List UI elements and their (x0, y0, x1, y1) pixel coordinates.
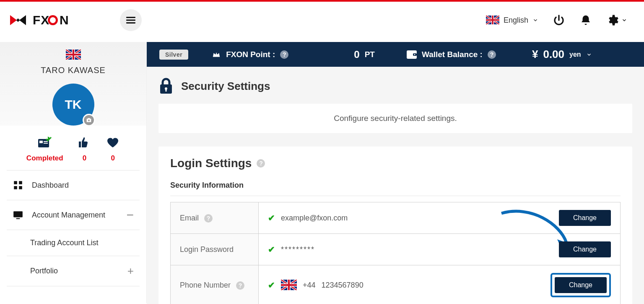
svg-rect-13 (19, 186, 22, 189)
svg-text:FX: FX (33, 13, 49, 27)
row-password: Login Password ✔ ********* Change (171, 234, 621, 265)
phone-label: Phone Number (180, 281, 231, 289)
security-info-table: Email ? ✔ example@fxon.com Change (170, 202, 621, 304)
uk-flag-icon (486, 16, 499, 25)
top-header: FX N English (0, 2, 644, 42)
wallet-unit: yen (569, 51, 581, 58)
language-label: English (504, 16, 528, 25)
stat-completed-label: Completed (26, 154, 63, 162)
avatar-initials: TK (65, 97, 82, 112)
svg-point-18 (414, 54, 415, 55)
chevron-down-icon (532, 17, 538, 23)
sidebar: TARO KAWASE TK Completed 0 0 (0, 42, 147, 303)
nav-account-management[interactable]: Account Management − (7, 200, 140, 230)
stat-favorites[interactable]: 0 (106, 136, 120, 162)
svg-rect-9 (44, 143, 48, 144)
login-settings-heading: Login Settings (170, 157, 252, 170)
svg-rect-7 (39, 141, 43, 143)
nav-trading-account-list[interactable]: Trading Account List (7, 230, 140, 256)
page-subtitle-card: Configure security-related settings. (158, 104, 632, 133)
change-email-button[interactable]: Change (559, 210, 611, 226)
crown-icon (212, 50, 221, 59)
svg-rect-0 (16, 18, 20, 22)
heart-icon (106, 136, 120, 148)
page-heading: Security Settings (181, 80, 270, 93)
profile-stats: Completed 0 0 (7, 126, 140, 170)
change-phone-button[interactable]: Change (555, 277, 607, 293)
change-password-button[interactable]: Change (559, 241, 611, 257)
tier-badge: Silver (159, 50, 188, 60)
svg-rect-8 (44, 141, 48, 142)
password-value: ********* (281, 245, 315, 254)
brand-logo[interactable]: FX N (8, 12, 104, 29)
check-icon: ✔ (268, 213, 275, 223)
row-phone: Phone Number ? ✔ (171, 265, 621, 304)
nav-account-management-label: Account Management (32, 211, 105, 220)
chevron-down-icon (621, 17, 627, 23)
account-ribbon: Silver FXON Point : ? 0 PT Wallet Balanc… (147, 42, 644, 67)
email-label: Email (180, 214, 199, 222)
nav-trading-label: Trading Account List (30, 238, 98, 247)
stat-likes[interactable]: 0 (77, 136, 91, 162)
svg-rect-14 (13, 211, 23, 217)
hamburger-icon (125, 15, 136, 26)
check-icon: ✔ (268, 280, 275, 290)
password-label: Login Password (180, 245, 234, 254)
help-icon[interactable]: ? (488, 50, 496, 59)
point-value: 0 (354, 49, 359, 60)
uk-flag-icon (281, 280, 297, 291)
hamburger-menu-button[interactable] (120, 9, 142, 31)
help-icon[interactable]: ? (236, 281, 244, 290)
bell-icon[interactable] (579, 14, 592, 26)
security-info-heading: Security Information (170, 181, 621, 196)
stat-verification[interactable]: Completed (26, 136, 63, 162)
help-icon[interactable]: ? (204, 214, 213, 223)
grid-icon (13, 180, 23, 191)
svg-point-5 (88, 120, 90, 121)
upload-photo-button[interactable] (83, 114, 95, 126)
page-title: Security Settings (158, 78, 632, 94)
page-subtitle: Configure security-related settings. (334, 114, 457, 123)
phone-value: 1234567890 (322, 281, 364, 290)
wallet-label: Wallet Balance : (422, 50, 483, 59)
monitor-icon (13, 210, 23, 220)
nav-dashboard-label: Dashboard (32, 181, 69, 190)
svg-rect-15 (16, 218, 20, 219)
login-settings-section: Login Settings ? Security Information Em… (158, 147, 632, 304)
wallet-value: 0.00 (543, 48, 564, 61)
id-card-icon (38, 136, 52, 148)
gear-icon (606, 14, 619, 26)
expand-icon: + (127, 265, 134, 278)
svg-text:N: N (60, 13, 69, 27)
wallet-icon (407, 50, 417, 59)
nav-dashboard[interactable]: Dashboard (7, 170, 140, 200)
help-icon[interactable]: ? (280, 50, 288, 59)
lock-icon (158, 78, 174, 94)
phone-prefix: +44 (303, 281, 316, 290)
power-icon[interactable] (553, 14, 565, 26)
row-email: Email ? ✔ example@fxon.com Change (171, 202, 621, 234)
camera-icon (86, 117, 92, 123)
highlighted-change-button: Change (551, 273, 611, 297)
profile-name: TARO KAWASE (0, 66, 146, 75)
wallet-currency: ¥ (532, 48, 538, 61)
nav-portfolio-label: Portfolio (30, 267, 58, 275)
chevron-down-icon (586, 52, 592, 58)
check-icon: ✔ (268, 244, 275, 254)
svg-rect-11 (19, 181, 22, 184)
stat-likes-value: 0 (83, 154, 86, 162)
nav-portfolio[interactable]: Portfolio + (7, 256, 140, 286)
help-icon[interactable]: ? (257, 159, 265, 168)
settings-menu[interactable] (606, 14, 627, 26)
point-unit: PT (365, 50, 375, 59)
thumbs-up-icon (77, 136, 91, 148)
email-value: example@fxon.com (281, 214, 348, 223)
svg-rect-10 (14, 181, 17, 184)
stat-favorites-value: 0 (111, 154, 114, 162)
language-selector[interactable]: English (486, 16, 538, 25)
svg-rect-12 (14, 186, 17, 189)
uk-flag-icon (66, 50, 81, 60)
main-content: Silver FXON Point : ? 0 PT Wallet Balanc… (147, 42, 644, 304)
wallet-balance-dropdown[interactable]: ¥ 0.00 yen (532, 48, 592, 61)
profile-card: TARO KAWASE TK (0, 42, 146, 126)
